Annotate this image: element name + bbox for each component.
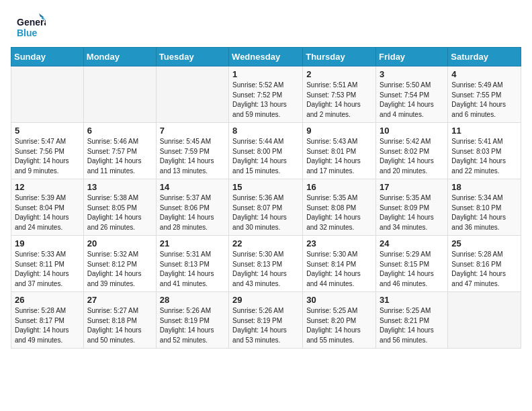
calendar-table: SundayMondayTuesdayWednesdayThursdayFrid… — [11, 47, 521, 349]
day-number: 6 — [87, 126, 152, 136]
calendar-cell: 2Sunrise: 5:51 AM Sunset: 7:53 PM Daylig… — [303, 66, 376, 123]
calendar-cell: 12Sunrise: 5:39 AM Sunset: 8:04 PM Dayli… — [11, 179, 84, 236]
weekday-header-thursday: Thursday — [303, 48, 376, 66]
day-info: Sunrise: 5:28 AM Sunset: 8:16 PM Dayligh… — [451, 250, 517, 289]
day-info: Sunrise: 5:43 AM Sunset: 8:01 PM Dayligh… — [306, 137, 372, 176]
calendar-container: SundayMondayTuesdayWednesdayThursdayFrid… — [0, 47, 532, 355]
calendar-cell: 30Sunrise: 5:25 AM Sunset: 8:20 PM Dayli… — [303, 292, 376, 349]
day-number: 4 — [451, 69, 517, 79]
day-number: 15 — [232, 182, 299, 192]
weekday-header-friday: Friday — [376, 48, 448, 66]
day-number: 9 — [306, 126, 372, 136]
day-info: Sunrise: 5:31 AM Sunset: 8:13 PM Dayligh… — [160, 250, 225, 289]
calendar-week-row: 19Sunrise: 5:33 AM Sunset: 8:11 PM Dayli… — [11, 236, 521, 292]
calendar-cell: 4Sunrise: 5:49 AM Sunset: 7:55 PM Daylig… — [448, 66, 521, 123]
day-info: Sunrise: 5:25 AM Sunset: 8:21 PM Dayligh… — [380, 306, 444, 345]
calendar-cell: 3Sunrise: 5:50 AM Sunset: 7:54 PM Daylig… — [376, 66, 448, 123]
day-info: Sunrise: 5:36 AM Sunset: 8:07 PM Dayligh… — [232, 193, 299, 232]
calendar-cell: 27Sunrise: 5:27 AM Sunset: 8:18 PM Dayli… — [83, 292, 156, 349]
day-info: Sunrise: 5:27 AM Sunset: 8:18 PM Dayligh… — [87, 306, 152, 345]
calendar-week-row: 12Sunrise: 5:39 AM Sunset: 8:04 PM Dayli… — [11, 179, 521, 236]
day-info: Sunrise: 5:45 AM Sunset: 7:59 PM Dayligh… — [160, 137, 225, 176]
day-number: 25 — [451, 238, 517, 248]
calendar-cell — [11, 66, 84, 123]
day-number: 11 — [451, 126, 517, 136]
day-info: Sunrise: 5:49 AM Sunset: 7:55 PM Dayligh… — [451, 81, 517, 120]
day-info: Sunrise: 5:35 AM Sunset: 8:08 PM Dayligh… — [306, 193, 372, 232]
calendar-cell: 13Sunrise: 5:38 AM Sunset: 8:05 PM Dayli… — [83, 179, 156, 236]
calendar-cell: 8Sunrise: 5:44 AM Sunset: 8:00 PM Daylig… — [229, 123, 303, 179]
day-info: Sunrise: 5:51 AM Sunset: 7:53 PM Dayligh… — [306, 81, 372, 120]
day-number: 28 — [160, 295, 225, 305]
day-info: Sunrise: 5:42 AM Sunset: 8:02 PM Dayligh… — [380, 137, 444, 176]
calendar-cell: 10Sunrise: 5:42 AM Sunset: 8:02 PM Dayli… — [376, 123, 448, 179]
calendar-cell: 18Sunrise: 5:34 AM Sunset: 8:10 PM Dayli… — [448, 179, 521, 236]
day-number: 2 — [306, 69, 372, 79]
weekday-header-sunday: Sunday — [11, 48, 84, 66]
day-number: 5 — [15, 126, 80, 136]
day-info: Sunrise: 5:26 AM Sunset: 8:19 PM Dayligh… — [160, 306, 225, 345]
day-info: Sunrise: 5:34 AM Sunset: 8:10 PM Dayligh… — [451, 193, 517, 232]
calendar-cell: 14Sunrise: 5:37 AM Sunset: 8:06 PM Dayli… — [156, 179, 228, 236]
logo: General Blue — [16, 12, 46, 42]
day-number: 3 — [380, 69, 444, 79]
calendar-cell: 22Sunrise: 5:30 AM Sunset: 8:13 PM Dayli… — [229, 236, 303, 292]
weekday-header-tuesday: Tuesday — [156, 48, 228, 66]
calendar-cell: 16Sunrise: 5:35 AM Sunset: 8:08 PM Dayli… — [303, 179, 376, 236]
day-number: 31 — [380, 295, 444, 305]
calendar-cell: 15Sunrise: 5:36 AM Sunset: 8:07 PM Dayli… — [229, 179, 303, 236]
calendar-cell: 21Sunrise: 5:31 AM Sunset: 8:13 PM Dayli… — [156, 236, 228, 292]
weekday-header-monday: Monday — [83, 48, 156, 66]
svg-text:Blue: Blue — [17, 28, 38, 38]
calendar-cell: 17Sunrise: 5:35 AM Sunset: 8:09 PM Dayli… — [376, 179, 448, 236]
day-info: Sunrise: 5:32 AM Sunset: 8:12 PM Dayligh… — [87, 250, 152, 289]
day-number: 27 — [87, 295, 152, 305]
day-info: Sunrise: 5:33 AM Sunset: 8:11 PM Dayligh… — [15, 250, 80, 289]
day-number: 22 — [232, 238, 299, 248]
calendar-header: SundayMondayTuesdayWednesdayThursdayFrid… — [11, 48, 521, 66]
day-info: Sunrise: 5:50 AM Sunset: 7:54 PM Dayligh… — [380, 81, 444, 120]
day-number: 21 — [160, 238, 225, 248]
day-number: 20 — [87, 238, 152, 248]
calendar-week-row: 26Sunrise: 5:28 AM Sunset: 8:17 PM Dayli… — [11, 292, 521, 349]
day-info: Sunrise: 5:30 AM Sunset: 8:13 PM Dayligh… — [232, 250, 299, 289]
calendar-cell: 7Sunrise: 5:45 AM Sunset: 7:59 PM Daylig… — [156, 123, 228, 179]
day-number: 18 — [451, 182, 517, 192]
logo-svg: General Blue — [16, 12, 46, 42]
day-info: Sunrise: 5:47 AM Sunset: 7:56 PM Dayligh… — [15, 137, 80, 176]
calendar-cell: 25Sunrise: 5:28 AM Sunset: 8:16 PM Dayli… — [448, 236, 521, 292]
calendar-cell: 26Sunrise: 5:28 AM Sunset: 8:17 PM Dayli… — [11, 292, 84, 349]
calendar-week-row: 5Sunrise: 5:47 AM Sunset: 7:56 PM Daylig… — [11, 123, 521, 179]
day-info: Sunrise: 5:41 AM Sunset: 8:03 PM Dayligh… — [451, 137, 517, 176]
calendar-cell: 1Sunrise: 5:52 AM Sunset: 7:52 PM Daylig… — [229, 66, 303, 123]
calendar-cell: 5Sunrise: 5:47 AM Sunset: 7:56 PM Daylig… — [11, 123, 84, 179]
day-info: Sunrise: 5:29 AM Sunset: 8:15 PM Dayligh… — [380, 250, 444, 289]
day-number: 12 — [15, 182, 80, 192]
calendar-cell: 29Sunrise: 5:26 AM Sunset: 8:19 PM Dayli… — [229, 292, 303, 349]
day-info: Sunrise: 5:35 AM Sunset: 8:09 PM Dayligh… — [380, 193, 444, 232]
day-number: 26 — [15, 295, 80, 305]
day-info: Sunrise: 5:25 AM Sunset: 8:20 PM Dayligh… — [306, 306, 372, 345]
calendar-body: 1Sunrise: 5:52 AM Sunset: 7:52 PM Daylig… — [11, 66, 521, 349]
day-number: 24 — [380, 238, 444, 248]
weekday-header-saturday: Saturday — [448, 48, 521, 66]
calendar-cell: 24Sunrise: 5:29 AM Sunset: 8:15 PM Dayli… — [376, 236, 448, 292]
day-info: Sunrise: 5:30 AM Sunset: 8:14 PM Dayligh… — [306, 250, 372, 289]
day-number: 23 — [306, 238, 372, 248]
calendar-week-row: 1Sunrise: 5:52 AM Sunset: 7:52 PM Daylig… — [11, 66, 521, 123]
calendar-cell: 20Sunrise: 5:32 AM Sunset: 8:12 PM Dayli… — [83, 236, 156, 292]
calendar-cell — [156, 66, 228, 123]
day-info: Sunrise: 5:39 AM Sunset: 8:04 PM Dayligh… — [15, 193, 80, 232]
day-number: 29 — [232, 295, 299, 305]
day-number: 14 — [160, 182, 225, 192]
calendar-cell: 9Sunrise: 5:43 AM Sunset: 8:01 PM Daylig… — [303, 123, 376, 179]
calendar-cell: 31Sunrise: 5:25 AM Sunset: 8:21 PM Dayli… — [376, 292, 448, 349]
day-number: 17 — [380, 182, 444, 192]
weekday-header-row: SundayMondayTuesdayWednesdayThursdayFrid… — [11, 48, 521, 66]
calendar-cell — [83, 66, 156, 123]
calendar-cell: 23Sunrise: 5:30 AM Sunset: 8:14 PM Dayli… — [303, 236, 376, 292]
day-info: Sunrise: 5:28 AM Sunset: 8:17 PM Dayligh… — [15, 306, 80, 345]
day-info: Sunrise: 5:26 AM Sunset: 8:19 PM Dayligh… — [232, 306, 299, 345]
day-number: 1 — [232, 69, 299, 79]
calendar-cell: 28Sunrise: 5:26 AM Sunset: 8:19 PM Dayli… — [156, 292, 228, 349]
